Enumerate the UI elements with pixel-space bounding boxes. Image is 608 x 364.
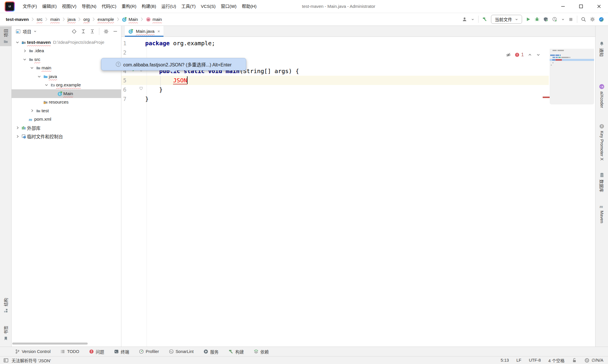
user-icon[interactable] bbox=[462, 17, 467, 22]
memory-indicator[interactable]: ∅/N/A bbox=[584, 358, 603, 363]
menu-item[interactable]: 编辑(E) bbox=[39, 0, 59, 13]
tool-window-switcher-icon[interactable] bbox=[3, 358, 8, 363]
chevron-right-icon[interactable] bbox=[15, 126, 20, 130]
tab-main-java[interactable]: C Main.java × bbox=[125, 26, 163, 37]
project-panel-toolbar bbox=[72, 28, 118, 35]
menu-item[interactable]: 窗口(W) bbox=[218, 0, 239, 13]
menu-item[interactable]: VCS(S) bbox=[198, 0, 218, 13]
tool-window-button-Maven[interactable]: mMaven bbox=[596, 202, 608, 226]
breadcrumb-item-src[interactable]: src bbox=[35, 16, 44, 22]
tool-window-button-通知[interactable]: 通知 bbox=[596, 39, 608, 59]
tool-window-button-终端[interactable]: 终端 bbox=[114, 349, 129, 355]
hide-panel-button[interactable] bbox=[113, 29, 118, 34]
tool-window-button-构建[interactable]: 构建 bbox=[229, 349, 244, 355]
close-button[interactable] bbox=[590, 0, 608, 13]
tree-item-java[interactable]: java bbox=[12, 72, 121, 81]
minimize-button[interactable] bbox=[554, 0, 572, 13]
menu-item[interactable]: 运行(U) bbox=[159, 0, 179, 13]
gutter-marker-icon[interactable] bbox=[139, 86, 143, 92]
user-dropdown-icon[interactable] bbox=[471, 18, 474, 21]
menu-item[interactable]: 构建(B) bbox=[139, 0, 159, 13]
expand-all-button[interactable] bbox=[81, 29, 86, 34]
line-separator[interactable]: LF bbox=[517, 358, 521, 363]
tree-item-test-maven[interactable]: test-mavenD:\IdeaProjects\IdeaProje bbox=[12, 38, 121, 47]
tree-item-临时文件和控制台[interactable]: 临时文件和控制台 bbox=[12, 132, 121, 141]
project-options-button[interactable] bbox=[104, 29, 109, 34]
select-opened-file-button[interactable] bbox=[72, 29, 77, 34]
menu-item[interactable]: 代码(C) bbox=[99, 0, 119, 13]
project-view-dropdown-icon[interactable] bbox=[33, 30, 37, 33]
chevron-right-icon[interactable] bbox=[22, 49, 28, 53]
breadcrumb-item-main[interactable]: mmain bbox=[145, 16, 163, 23]
menu-item[interactable]: 重构(R) bbox=[119, 0, 139, 13]
tool-window-button-服务[interactable]: 服务 bbox=[204, 349, 219, 355]
chevron-down-icon[interactable] bbox=[15, 40, 20, 45]
breadcrumb-item-Main[interactable]: CMain bbox=[121, 16, 139, 23]
breadcrumb-item-java[interactable]: java bbox=[66, 16, 77, 22]
menu-item[interactable]: 帮助(H) bbox=[239, 0, 259, 13]
error-badge-icon[interactable] bbox=[515, 52, 519, 57]
run-with-coverage-button[interactable] bbox=[543, 17, 548, 22]
breadcrumb-item-main[interactable]: main bbox=[49, 16, 61, 22]
tree-item-pom.xml[interactable]: mpom.xml bbox=[12, 115, 121, 124]
code-editor[interactable]: 1 1package org.example;234 public static… bbox=[121, 37, 595, 347]
file-encoding[interactable]: UTF-8 bbox=[529, 358, 541, 363]
tool-window-button-Version Control[interactable]: Version Control bbox=[15, 349, 51, 354]
tool-window-button-Key Promoter X[interactable]: XKey Promoter X bbox=[596, 122, 608, 163]
tool-window-button-TODO[interactable]: TODO bbox=[60, 349, 79, 354]
chevron-right-icon[interactable] bbox=[15, 134, 20, 139]
highlighting-level-icon[interactable] bbox=[506, 52, 511, 57]
build-project-button[interactable] bbox=[482, 17, 487, 22]
chevron-down-icon[interactable] bbox=[36, 74, 42, 79]
debug-button[interactable] bbox=[535, 17, 539, 22]
tool-window-button-数据库[interactable]: 数据库 bbox=[596, 170, 608, 195]
tool-window-button-aiXcoder[interactable]: ~XaiXcoder bbox=[596, 82, 608, 110]
menu-item[interactable]: 工具(T) bbox=[179, 0, 198, 13]
profiler-dropdown-icon[interactable] bbox=[561, 18, 565, 21]
menu-item[interactable]: 视图(V) bbox=[59, 0, 79, 13]
tool-window-button-书签[interactable]: 书签 bbox=[0, 323, 11, 343]
next-error-button[interactable] bbox=[536, 52, 541, 57]
tab-close-icon[interactable]: × bbox=[157, 29, 160, 34]
chevron-right-icon[interactable] bbox=[29, 108, 35, 113]
tree-item-test[interactable]: test bbox=[12, 106, 121, 115]
tree-item-外部库[interactable]: 外部库 bbox=[12, 124, 121, 132]
chevron-down-icon[interactable] bbox=[29, 66, 35, 70]
dependencies-icon bbox=[254, 349, 258, 354]
caret-position[interactable]: 5:13 bbox=[501, 358, 509, 363]
settings-button[interactable] bbox=[590, 17, 595, 22]
tool-window-button-问题[interactable]: 问题 bbox=[89, 349, 104, 355]
tree-item-Main[interactable]: CMain bbox=[12, 89, 121, 98]
minimap[interactable] bbox=[550, 49, 594, 104]
chevron-down-icon[interactable] bbox=[22, 57, 28, 62]
breadcrumb-item-org[interactable]: org bbox=[82, 16, 91, 22]
breadcrumb-item-test-maven[interactable]: test-maven bbox=[5, 16, 30, 22]
project-panel-title[interactable]: 项目 bbox=[23, 28, 31, 35]
tree-item-resources[interactable]: resources bbox=[12, 98, 121, 107]
run-with-profiler-button[interactable] bbox=[552, 17, 557, 22]
tool-window-button-结构[interactable]: 结构 bbox=[0, 296, 11, 315]
tree-horizontal-scrollbar[interactable] bbox=[12, 343, 88, 345]
breadcrumb-item-example[interactable]: example bbox=[96, 16, 115, 22]
tree-item-org.example[interactable]: org.example bbox=[12, 81, 121, 90]
tool-window-button-Profiler[interactable]: Profiler bbox=[139, 349, 159, 354]
search-everywhere-button[interactable] bbox=[581, 17, 586, 22]
tool-window-button-依赖[interactable]: 依赖 bbox=[254, 349, 269, 355]
error-count[interactable]: 1 bbox=[521, 52, 524, 57]
maximize-button[interactable] bbox=[572, 0, 590, 13]
indent-setting[interactable]: 4 个空格 bbox=[548, 357, 565, 363]
previous-error-button[interactable] bbox=[528, 52, 532, 57]
lock-open-icon[interactable] bbox=[572, 358, 577, 363]
tool-window-button-SonarLint[interactable]: SonarLint bbox=[169, 349, 194, 354]
collapse-all-button[interactable] bbox=[90, 29, 95, 34]
error-stripe-mark[interactable] bbox=[543, 97, 550, 98]
plugin-button[interactable] bbox=[599, 17, 604, 22]
chevron-down-icon[interactable] bbox=[44, 83, 49, 87]
menu-item[interactable]: 导航(N) bbox=[79, 0, 99, 13]
tree-item-.idea[interactable]: .idea bbox=[12, 47, 121, 55]
menu-item[interactable]: 文件(F) bbox=[20, 0, 39, 13]
import-suggestion-tooltip[interactable]: ? com.alibaba.fastjson2.JSON? (多重选择...) … bbox=[101, 58, 246, 70]
run-configuration-select[interactable]: 当前文件 bbox=[491, 15, 522, 24]
run-button[interactable] bbox=[526, 17, 531, 22]
tool-window-button-项目[interactable]: 项目 bbox=[0, 26, 11, 46]
